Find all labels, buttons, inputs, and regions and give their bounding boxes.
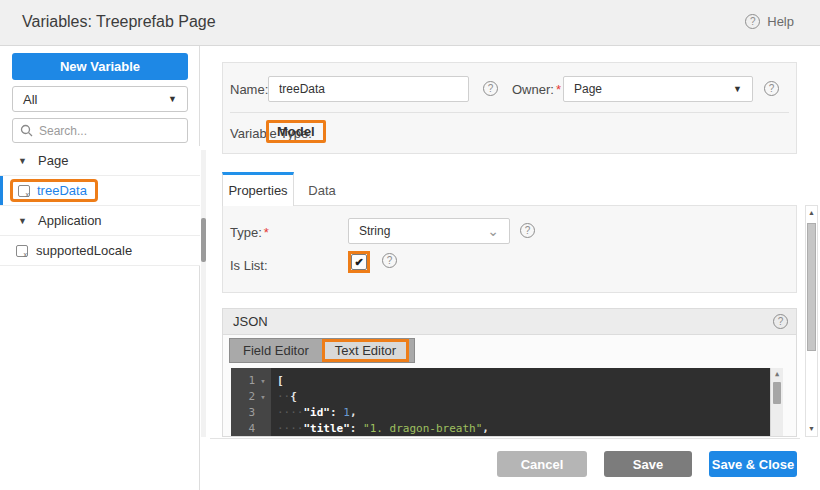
- scroll-up-icon[interactable]: ▲: [806, 207, 817, 219]
- tree-item-label: supportedLocale: [36, 243, 132, 258]
- highlight-box: x treeData: [10, 179, 98, 202]
- owner-value: Page: [574, 82, 602, 96]
- help-label: Help: [767, 14, 794, 29]
- dropdown-arrow-icon: ▼: [733, 84, 742, 94]
- code-token: :: [330, 406, 343, 419]
- line-number: 3: [231, 405, 255, 421]
- owner-help-icon[interactable]: ?: [764, 81, 779, 96]
- tab-data[interactable]: Data: [294, 175, 350, 205]
- required-marker: *: [264, 225, 269, 240]
- filter-dropdown[interactable]: All ▼: [12, 86, 188, 112]
- is-list-label: Is List:: [230, 258, 268, 273]
- code-token: ,: [482, 422, 489, 435]
- variables-dialog: Variables: Treeprefab Page ? Help New Va…: [0, 0, 820, 490]
- code-token: 1: [343, 406, 350, 419]
- json-code-editor[interactable]: 1▾[2▾··{3····"id": 1,4····"title": "1. d…: [231, 368, 783, 437]
- required-marker: *: [556, 82, 561, 97]
- help-icon: ?: [745, 14, 760, 29]
- editor-scrollbar-thumb[interactable]: [773, 382, 781, 404]
- code-text: ····"id": 1,: [271, 405, 357, 421]
- line-number: 4: [231, 421, 255, 437]
- search-icon: [20, 124, 33, 137]
- tree-group-label: Page: [38, 153, 68, 168]
- scroll-up-icon[interactable]: ▲: [771, 368, 783, 380]
- code-token: ··: [277, 390, 290, 403]
- search-box: [12, 118, 188, 143]
- tab-properties[interactable]: Properties: [222, 172, 294, 206]
- type-select[interactable]: String ⌄: [348, 218, 510, 244]
- collapse-icon[interactable]: ▼: [18, 156, 27, 166]
- json-section: JSON ? Field Editor Text Editor 1▾[2▾··{…: [222, 308, 797, 437]
- name-help-icon[interactable]: ?: [483, 81, 498, 96]
- save-button[interactable]: Save: [604, 451, 692, 477]
- scroll-down-icon[interactable]: ▼: [806, 423, 817, 435]
- tree-item-content: x supportedLocale: [16, 243, 132, 258]
- fold-spacer: [255, 421, 271, 437]
- fold-spacer: [255, 405, 271, 421]
- sidebar-scrollbar-thumb[interactable]: [201, 218, 206, 262]
- filter-value: All: [23, 92, 37, 107]
- variables-sidebar: [0, 46, 200, 490]
- code-token: ····: [277, 422, 304, 435]
- owner-label: Owner:*: [512, 82, 561, 97]
- json-title: JSON: [233, 314, 268, 329]
- text-editor-button[interactable]: Text Editor: [322, 339, 409, 362]
- code-token: ····: [277, 406, 304, 419]
- code-text: ····"title": "1. dragon-breath",: [271, 421, 489, 437]
- cancel-button[interactable]: Cancel: [497, 451, 587, 477]
- line-number: 2: [231, 389, 255, 405]
- variable-icon: x: [18, 185, 30, 197]
- code-text: ··{: [271, 389, 297, 405]
- page-title: Variables: Treeprefab Page: [22, 13, 216, 31]
- code-line: 1▾[: [231, 373, 770, 389]
- code-token: "id": [304, 406, 331, 419]
- editor-scrollbar[interactable]: ▲: [770, 368, 783, 437]
- tree-group-label: Application: [38, 213, 102, 228]
- owner-select[interactable]: Page ▼: [563, 76, 753, 102]
- is-list-help-icon[interactable]: ?: [382, 253, 397, 268]
- dialog-header: Variables: Treeprefab Page ? Help: [0, 0, 820, 46]
- code-token: "1. dragon-breath": [363, 422, 482, 435]
- code-token: {: [290, 390, 297, 403]
- code-lines: 1▾[2▾··{3····"id": 1,4····"title": "1. d…: [231, 373, 770, 437]
- tree-group-page[interactable]: ▼ Page: [0, 146, 200, 176]
- line-number: 1: [231, 373, 255, 389]
- fold-icon[interactable]: ▾: [255, 373, 271, 389]
- code-line: 4····"title": "1. dragon-breath",: [231, 421, 770, 437]
- code-token: "title": [304, 422, 350, 435]
- code-token: [: [277, 374, 284, 387]
- save-and-close-button[interactable]: Save & Close: [709, 451, 797, 477]
- code-line: 2▾··{: [231, 389, 770, 405]
- collapse-icon[interactable]: ▼: [18, 216, 27, 226]
- content-scrollbar[interactable]: ▲ ▼: [805, 205, 818, 437]
- form-divider: [230, 112, 789, 113]
- search-input[interactable]: [39, 124, 169, 138]
- type-label: Type:*: [230, 225, 269, 240]
- type-value: String: [359, 224, 390, 238]
- tree-item-treedata[interactable]: x treeData: [0, 176, 200, 206]
- help-link[interactable]: ? Help: [745, 14, 794, 29]
- json-header: JSON ?: [223, 309, 796, 335]
- dropdown-arrow-icon: ▼: [168, 94, 177, 104]
- is-list-highlight-box: ✔: [348, 251, 370, 273]
- name-input[interactable]: [269, 77, 468, 101]
- tree-item-label: treeData: [37, 183, 87, 198]
- code-token: ,: [350, 406, 357, 419]
- code-text: [: [271, 373, 284, 389]
- code-line: 3····"id": 1,: [231, 405, 770, 421]
- sidebar-scrollbar[interactable]: [201, 150, 206, 437]
- tree-item-supportedlocale[interactable]: x supportedLocale: [0, 236, 200, 266]
- type-help-icon[interactable]: ?: [520, 223, 535, 238]
- is-list-checkbox[interactable]: ✔: [351, 254, 367, 270]
- tree-group-application[interactable]: ▼ Application: [0, 206, 200, 236]
- code-token: :: [350, 422, 363, 435]
- new-variable-button[interactable]: New Variable: [12, 53, 188, 80]
- footer-divider: [210, 438, 800, 439]
- json-help-icon[interactable]: ?: [773, 314, 788, 329]
- field-editor-button[interactable]: Field Editor: [230, 339, 322, 362]
- fold-icon[interactable]: ▾: [255, 389, 271, 405]
- variable-type-value: Model: [266, 120, 326, 143]
- content-scrollbar-thumb[interactable]: [807, 223, 816, 351]
- editor-mode-toggle: Field Editor Text Editor: [229, 338, 415, 363]
- selected-indicator: [0, 176, 3, 205]
